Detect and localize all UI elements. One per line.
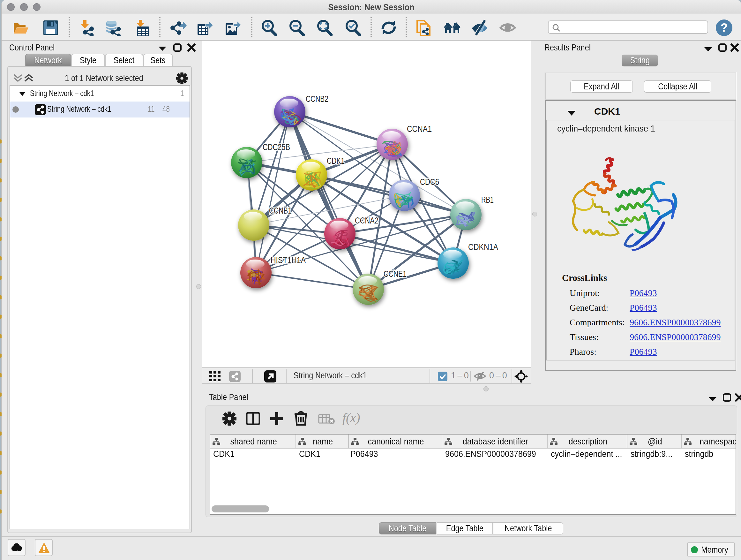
- svg-text:CCNB2: CCNB2: [306, 94, 328, 104]
- svg-text:RB1: RB1: [481, 195, 494, 205]
- svg-text:CCNA1: CCNA1: [407, 124, 432, 134]
- svg-text:CCNB1: CCNB1: [269, 206, 292, 215]
- svg-text:CDC25B: CDC25B: [263, 142, 290, 152]
- svg-text:HIST1H1A: HIST1H1A: [271, 255, 306, 265]
- svg-text:?: ?: [721, 21, 728, 34]
- svg-text:CDC6: CDC6: [420, 177, 439, 187]
- svg-text:CCNE1: CCNE1: [384, 269, 407, 279]
- svg-text:CCNA2: CCNA2: [355, 215, 379, 226]
- svg-text:CDKN1A: CDKN1A: [468, 242, 498, 252]
- svg-text:CDK1: CDK1: [327, 156, 345, 166]
